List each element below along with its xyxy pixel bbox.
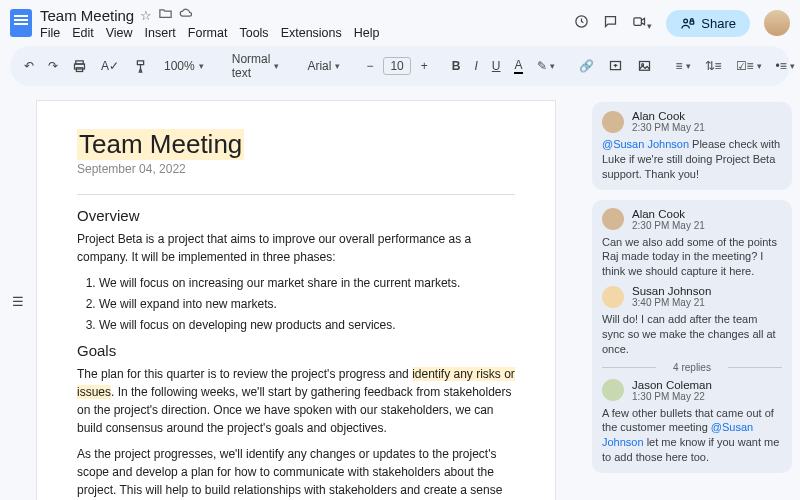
commenter-name: Alan Cook [632,110,705,122]
font-size-input[interactable]: 10 [383,57,410,75]
section-heading-goals[interactable]: Goals [77,342,515,359]
menu-help[interactable]: Help [354,26,380,40]
commenter-name: Jason Coleman [632,379,712,391]
commenter-name: Alan Cook [632,208,705,220]
font-size-decrease-icon[interactable]: − [362,57,377,75]
document-canvas[interactable]: Team Meeting September 04, 2022 Overview… [36,92,586,500]
comment-timestamp: 2:30 PM May 21 [632,122,705,133]
svg-rect-1 [634,18,642,26]
page: Team Meeting September 04, 2022 Overview… [36,100,556,500]
menu-file[interactable]: File [40,26,60,40]
undo-icon[interactable]: ↶ [20,57,38,75]
svg-rect-3 [690,21,694,24]
body-paragraph[interactable]: The plan for this quarter is to review t… [77,365,515,437]
comment-body: A few other bullets that came out of the… [602,406,782,465]
commenter-avatar [602,286,624,308]
menu-extensions[interactable]: Extensions [281,26,342,40]
redo-icon[interactable]: ↷ [44,57,62,75]
comment-card[interactable]: Alan Cook 2:30 PM May 21 @Susan Johnson … [592,102,792,190]
share-button[interactable]: Share [666,10,750,37]
commenter-avatar [602,208,624,230]
insert-image-icon[interactable] [633,57,656,76]
account-avatar[interactable] [764,10,790,36]
comment-timestamp: 2:30 PM May 21 [632,220,705,231]
share-lock-icon [680,16,695,31]
mention[interactable]: @Susan Johnson [602,138,689,150]
commenter-avatar [602,111,624,133]
menu-edit[interactable]: Edit [72,26,94,40]
commenter-avatar [602,379,624,401]
docs-logo-icon[interactable] [10,9,32,37]
comments-icon[interactable] [603,14,618,32]
list-item[interactable]: We will focus on increasing our market s… [99,274,515,292]
divider [77,194,515,195]
replies-count[interactable]: 4 replies [602,362,782,373]
toolbar: ↶ ↷ A✓ 100%▾ Normal text▾ Arial▾ − 10 + … [10,46,790,86]
titlebar: Team Meeting ☆ File Edit View Insert For… [0,0,800,40]
svg-point-2 [684,19,688,23]
document-outline-icon[interactable]: ☰ [8,102,28,500]
line-spacing-icon[interactable]: ⇅≡ [701,57,726,75]
print-icon[interactable] [68,57,91,76]
comments-panel: Alan Cook 2:30 PM May 21 @Susan Johnson … [586,92,800,500]
underline-icon[interactable]: U [488,57,505,75]
paragraph-style-select[interactable]: Normal text▾ [226,50,286,82]
body-paragraph[interactable]: As the project progresses, we'll identif… [77,445,515,500]
spellcheck-icon[interactable]: A✓ [97,57,123,75]
paint-format-icon[interactable] [129,57,152,76]
font-family-select[interactable]: Arial▾ [301,57,346,75]
body-paragraph[interactable]: Project Beta is a project that aims to i… [77,230,515,266]
doc-heading-1[interactable]: Team Meeting [77,129,244,160]
align-icon[interactable]: ≡▾ [672,57,695,75]
comment-body: Can we also add some of the points Raj m… [602,235,782,280]
menu-bar: File Edit View Insert Format Tools Exten… [40,26,566,40]
doc-date[interactable]: September 04, 2022 [77,162,515,176]
bold-icon[interactable]: B [448,57,465,75]
comment-timestamp: 3:40 PM May 21 [632,297,711,308]
comment-body: @Susan Johnson Please check with Luke if… [602,137,782,182]
bulleted-list-icon[interactable]: •≡▾ [772,57,799,75]
checklist-icon[interactable]: ☑≡▾ [732,57,766,75]
italic-icon[interactable]: I [470,57,481,75]
zoom-select[interactable]: 100%▾ [158,57,210,75]
star-icon[interactable]: ☆ [140,8,152,23]
history-icon[interactable] [574,14,589,32]
menu-view[interactable]: View [106,26,133,40]
move-folder-icon[interactable] [158,6,173,24]
comment-timestamp: 1:30 PM May 22 [632,391,712,402]
font-size-increase-icon[interactable]: + [417,57,432,75]
highlight-color-icon[interactable]: ✎▾ [533,57,559,75]
list-item[interactable]: We will expand into new markets. [99,295,515,313]
share-label: Share [701,16,736,31]
meet-icon[interactable]: ▾ [632,14,652,32]
comment-body: Will do! I can add after the team sync s… [602,312,782,357]
document-title[interactable]: Team Meeting [40,7,134,24]
text-color-icon[interactable]: A [510,56,526,76]
insert-link-icon[interactable]: 🔗 [575,57,598,75]
menu-tools[interactable]: Tools [239,26,268,40]
commenter-name: Susan Johnson [632,285,711,297]
numbered-list[interactable]: We will focus on increasing our market s… [77,274,515,334]
cloud-status-icon[interactable] [179,6,194,24]
comment-card[interactable]: Alan Cook 2:30 PM May 21 Can we also add… [592,200,792,473]
svg-rect-8 [639,61,649,70]
add-comment-icon[interactable] [604,57,627,76]
section-heading-overview[interactable]: Overview [77,207,515,224]
list-item[interactable]: We will focus on developing new products… [99,316,515,334]
menu-format[interactable]: Format [188,26,228,40]
menu-insert[interactable]: Insert [145,26,176,40]
